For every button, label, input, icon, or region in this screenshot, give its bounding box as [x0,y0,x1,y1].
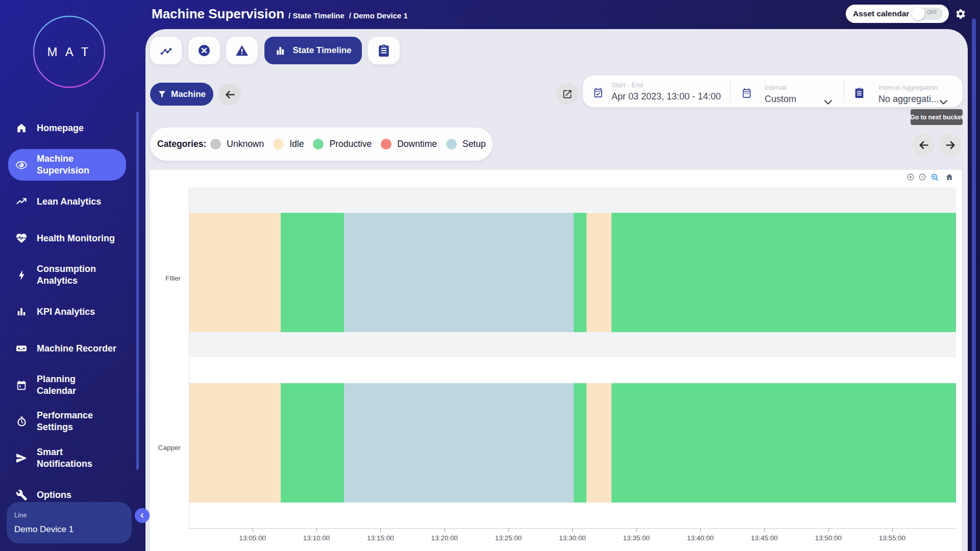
svg-text:M A T: M A T [47,45,91,59]
